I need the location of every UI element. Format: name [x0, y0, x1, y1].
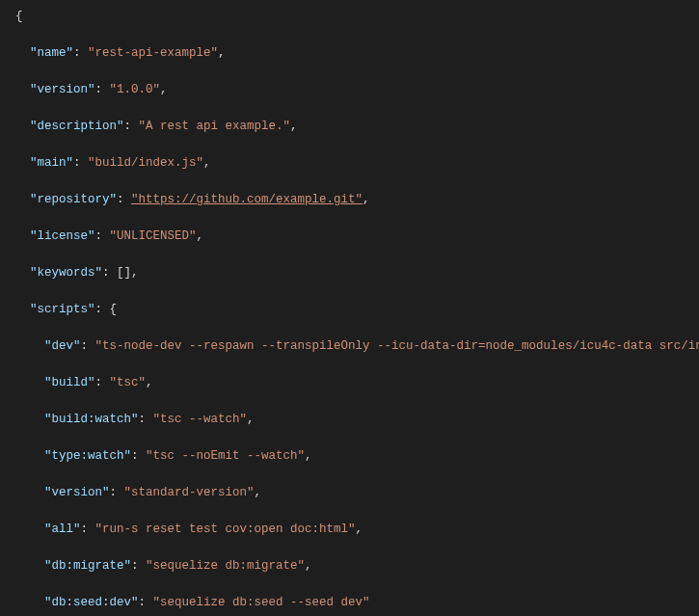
code-line: "repository": "https://github.com/exampl… [15, 191, 699, 209]
code-line: "version": "1.0.0", [15, 81, 699, 99]
code-line: "dev": "ts-node-dev --respawn --transpil… [15, 337, 699, 356]
json-value: "tsc --noEmit --watch" [146, 449, 305, 463]
json-value: "rest-api-example" [88, 46, 218, 60]
json-key: "version" [44, 486, 110, 499]
json-value: "standard-version" [124, 486, 255, 499]
code-line: "all": "run-s reset test cov:open doc:ht… [15, 521, 699, 539]
json-key: "description" [30, 120, 124, 133]
code-line: "main": "build/index.js", [15, 154, 699, 173]
code-line: "keywords": [], [15, 264, 699, 282]
code-line: "version": "standard-version", [15, 484, 699, 502]
json-value: "sequelize db:seed --seed dev" [153, 596, 370, 609]
json-key: "type:watch" [44, 449, 131, 463]
json-key: "db:seed:dev" [44, 596, 139, 609]
json-value: "run-s reset test cov:open doc:html" [95, 522, 356, 536]
json-key: "all" [44, 522, 81, 536]
json-value: "1.0.0" [110, 83, 161, 96]
json-key: "main" [30, 156, 73, 170]
json-value: "A rest api example." [139, 120, 291, 133]
json-key: "build:watch" [44, 413, 139, 426]
json-value: "ts-node-dev --respawn --transpileOnly -… [95, 339, 699, 353]
json-value: "tsc" [110, 376, 147, 389]
json-value: "sequelize db:migrate" [146, 559, 305, 573]
json-key: "dev" [44, 339, 81, 353]
code-line: "build": "tsc", [15, 374, 699, 392]
code-line: "description": "A rest api example.", [15, 118, 699, 136]
json-key: "license" [30, 229, 95, 243]
json-value: "tsc --watch" [153, 413, 248, 426]
json-key: "version" [30, 83, 95, 96]
json-key: "scripts" [30, 303, 95, 316]
json-key: "keywords" [30, 266, 102, 280]
code-line: "name": "rest-api-example", [15, 44, 699, 63]
code-line: { [15, 8, 699, 26]
json-value: "build/index.js" [88, 156, 203, 170]
code-line: "license": "UNLICENSED", [15, 228, 699, 246]
code-editor[interactable]: { "name": "rest-api-example", "version":… [0, 0, 699, 616]
json-value-link[interactable]: "https://github.com/example.git" [131, 193, 363, 206]
json-value: "UNLICENSED" [110, 229, 197, 243]
code-line: "db:migrate": "sequelize db:migrate", [15, 557, 699, 576]
code-line: "scripts": { [15, 301, 699, 319]
json-value: [] [117, 266, 131, 280]
code-line: "build:watch": "tsc --watch", [15, 411, 699, 429]
json-key: "repository" [30, 193, 117, 206]
json-key: "name" [30, 46, 73, 60]
json-key: "db:migrate" [44, 559, 131, 573]
code-line: "type:watch": "tsc --noEmit --watch", [15, 447, 699, 466]
code-line: "db:seed:dev": "sequelize db:seed --seed… [15, 594, 699, 612]
json-key: "build" [44, 376, 95, 389]
